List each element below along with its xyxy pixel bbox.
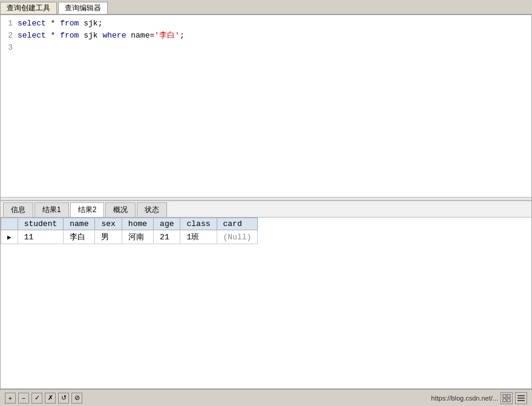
bottom-tab-状态[interactable]: 状态 (137, 202, 167, 217)
column-header-name: name (64, 218, 95, 230)
bottom-tab-结果2[interactable]: 结果2 (70, 202, 105, 217)
table-row: ▶11李白男河南211班(Null) (1, 230, 258, 244)
code-token-kw: from (60, 19, 79, 28)
svg-rect-0 (503, 394, 506, 398)
result-table: studentnamesexhomeageclasscard▶11李白男河南21… (1, 218, 258, 244)
tab-query-builder[interactable]: 查询创建工具 (0, 2, 57, 14)
line-number: 3 (1, 42, 18, 54)
code-token-kw: where (102, 31, 126, 40)
status-bar: +−✓✗↺⊘ https://blog.csdn.net/... (0, 389, 532, 406)
line-content[interactable]: select * from sjk; (18, 18, 531, 30)
svg-rect-2 (503, 399, 506, 402)
results-panel: studentnamesexhomeageclasscard▶11李白男河南21… (1, 218, 531, 266)
tab-query-editor[interactable]: 查询编辑器 (58, 2, 108, 14)
code-token-kw: from (60, 31, 79, 40)
column-header-home: home (122, 218, 153, 230)
column-header-age: age (154, 218, 180, 230)
cancel-button[interactable]: ✗ (45, 393, 56, 404)
add-button[interactable]: + (5, 393, 16, 404)
line-content[interactable]: select * from sjk where name='李白'; (18, 30, 531, 42)
bottom-tab-信息[interactable]: 信息 (3, 202, 33, 217)
table-cell: 11 (18, 230, 64, 244)
bottom-tabs: 信息结果1结果2概况状态 (1, 201, 531, 218)
column-header-student: student (18, 218, 64, 230)
table-cell: 21 (154, 230, 180, 244)
svg-rect-4 (517, 395, 525, 396)
code-token-kw: select (18, 19, 46, 28)
code-token-op: * (46, 31, 60, 40)
status-bar-right: https://blog.csdn.net/... (431, 392, 527, 404)
line-number: 2 (1, 30, 18, 42)
grid-view-icon[interactable] (501, 392, 513, 404)
code-token-kw: select (18, 31, 46, 40)
code-token-id: ; (180, 31, 185, 40)
url-label: https://blog.csdn.net/... (431, 394, 498, 402)
code-token-op: * (46, 19, 60, 28)
table-cell: 河南 (122, 230, 153, 244)
stop-button[interactable]: ⊘ (71, 393, 82, 404)
code-token-id: sjk; (79, 19, 102, 28)
list-view-icon[interactable] (515, 392, 527, 404)
svg-rect-1 (507, 394, 510, 398)
table-cell: (Null) (217, 230, 258, 244)
refresh-button[interactable]: ↺ (58, 393, 69, 404)
bottom-tab-结果1[interactable]: 结果1 (34, 202, 69, 217)
svg-rect-3 (507, 399, 510, 402)
column-header-card: card (217, 218, 258, 230)
bottom-tab-概况[interactable]: 概况 (105, 202, 136, 217)
code-line: 1select * from sjk; (1, 18, 531, 30)
table-cell: 男 (95, 230, 122, 244)
remove-button[interactable]: − (18, 393, 29, 404)
code-token-str: '李白' (154, 31, 180, 40)
row-indicator: ▶ (1, 230, 18, 244)
column-header-class: class (180, 218, 217, 230)
sql-editor[interactable]: 1select * from sjk;2select * from sjk wh… (1, 15, 531, 197)
editor-spacer (1, 266, 531, 388)
code-token-id: name= (126, 31, 154, 40)
table-cell: 1班 (180, 230, 217, 244)
column-header-sex: sex (95, 218, 122, 230)
code-line: 3 (1, 42, 531, 54)
main-content: 1select * from sjk;2select * from sjk wh… (0, 15, 532, 389)
table-cell: 李白 (64, 230, 95, 244)
svg-rect-5 (517, 398, 525, 399)
status-bar-left: +−✓✗↺⊘ (5, 393, 82, 404)
code-token-id: sjk (79, 31, 102, 40)
title-bar: 查询创建工具 查询编辑器 (0, 0, 532, 15)
line-number: 1 (1, 18, 18, 30)
confirm-button[interactable]: ✓ (31, 393, 42, 404)
svg-rect-6 (517, 400, 525, 401)
code-line: 2select * from sjk where name='李白'; (1, 30, 531, 42)
